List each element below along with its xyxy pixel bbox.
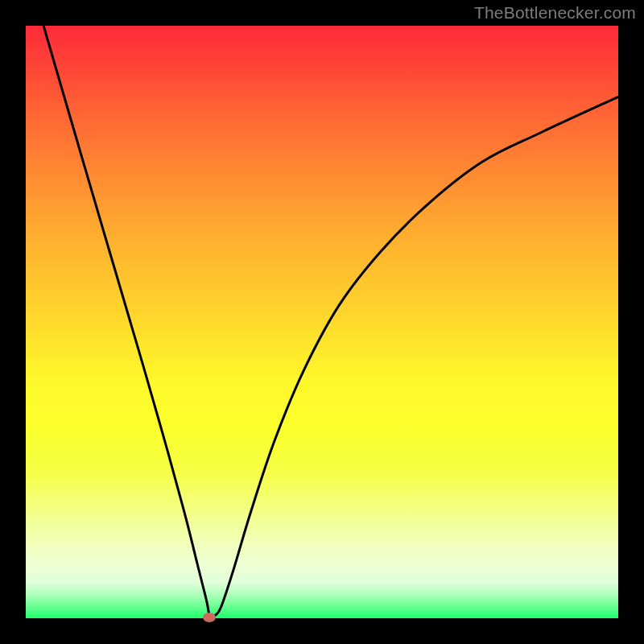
curve-path: [43, 26, 618, 617]
bottleneck-curve: [26, 26, 618, 618]
minimum-marker: [203, 613, 216, 622]
chart-frame: TheBottlenecker.com: [0, 0, 644, 644]
watermark-text: TheBottlenecker.com: [474, 3, 636, 23]
plot-area: [26, 26, 618, 618]
